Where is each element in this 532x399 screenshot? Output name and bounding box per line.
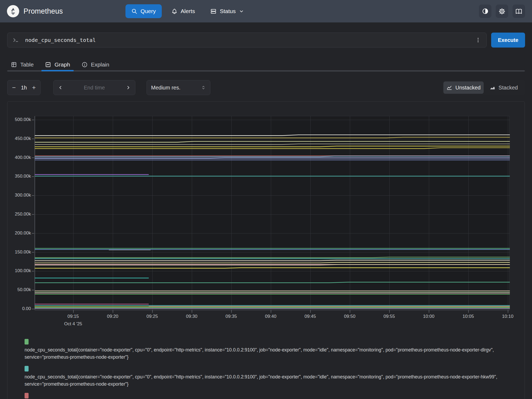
query-bar: node_cpu_seconds_total Execute xyxy=(7,33,525,48)
x-tick-label: 09:45 xyxy=(298,314,322,319)
stacked-button[interactable]: Stacked xyxy=(484,81,524,94)
legend-swatch xyxy=(25,366,29,371)
brand: Prometheus xyxy=(7,5,63,17)
nav-query-button[interactable]: Query xyxy=(125,4,162,18)
settings-button[interactable] xyxy=(496,5,508,18)
bell-icon xyxy=(171,8,178,14)
legend-series-label: node_cpu_seconds_total{container="node-e… xyxy=(25,346,509,361)
tab-explain[interactable]: Explain xyxy=(78,59,113,70)
series-line xyxy=(35,141,510,142)
series-line xyxy=(35,135,510,136)
x-tick-label: 09:25 xyxy=(140,314,164,319)
resolution-value: Medium res. xyxy=(151,85,180,91)
y-tick-label: 150.00k xyxy=(7,249,31,255)
range-decrease-button[interactable]: − xyxy=(9,82,19,93)
tab-explain-label: Explain xyxy=(91,61,109,68)
x-tick-label: 09:15 xyxy=(61,314,85,319)
result-tabs: Table Graph Explain xyxy=(7,59,113,70)
gear-icon xyxy=(498,8,506,15)
series-line xyxy=(35,268,510,268)
x-tick-label: 10:00 xyxy=(416,314,441,319)
series-line xyxy=(35,146,510,147)
terminal-prompt-icon xyxy=(12,37,19,44)
resolution-select[interactable]: Medium res. xyxy=(147,80,210,95)
x-tick-label: 10:05 xyxy=(456,314,480,319)
y-tick-label: 450.00k xyxy=(7,136,31,142)
x-tick-label: 09:30 xyxy=(179,314,204,319)
kebab-menu-icon xyxy=(475,37,481,43)
x-tick-label: 09:50 xyxy=(337,314,362,319)
unstacked-button[interactable]: Unstacked xyxy=(443,81,484,94)
nav-alerts-label: Alerts xyxy=(181,8,195,14)
series-legend: node_cpu_seconds_total{container="node-e… xyxy=(25,339,509,399)
chevron-left-icon xyxy=(58,85,63,90)
graph-controls: − 1h + End time Medium res. Unstacked St… xyxy=(7,80,525,95)
selector-updown-icon xyxy=(201,85,206,90)
execute-button[interactable]: Execute xyxy=(491,33,525,48)
stacked-label: Stacked xyxy=(499,85,518,91)
range-increase-button[interactable]: + xyxy=(29,82,39,93)
series-line xyxy=(35,144,510,144)
tab-graph-label: Graph xyxy=(54,61,70,68)
tab-table-label: Table xyxy=(20,61,34,68)
x-tick-label: 09:35 xyxy=(219,314,243,319)
theme-toggle-button[interactable] xyxy=(479,5,491,18)
contrast-icon xyxy=(482,8,489,15)
y-tick-label: 50.00k xyxy=(7,287,31,293)
tab-graph[interactable]: Graph xyxy=(41,59,73,70)
series-line xyxy=(35,137,510,138)
series-line xyxy=(35,148,510,148)
info-icon xyxy=(81,61,88,68)
chevron-right-icon xyxy=(125,85,131,90)
time-series-chart xyxy=(35,116,510,310)
legend-series-label: node_cpu_seconds_total{container="node-e… xyxy=(25,373,509,388)
end-time-forward-button[interactable] xyxy=(125,85,131,90)
line-chart-icon xyxy=(446,85,452,91)
x-tick-label: 09:20 xyxy=(100,314,125,319)
end-time-back-button[interactable] xyxy=(58,85,63,90)
area-chart-icon xyxy=(490,85,495,91)
end-time-control[interactable]: End time xyxy=(53,80,135,95)
x-tick-label: 09:55 xyxy=(377,314,401,319)
nav-query-label: Query xyxy=(141,8,156,14)
series-line xyxy=(35,260,510,261)
query-options-kebab-button[interactable] xyxy=(474,33,483,47)
expression-text: node_cpu_seconds_total xyxy=(25,37,96,43)
nav-status-label: Status xyxy=(220,8,236,14)
legend-item[interactable]: node_cpu_seconds_total{container="node-e… xyxy=(25,366,509,388)
chevron-down-icon xyxy=(239,9,244,14)
legend-item[interactable]: node_cpu_seconds_total{container="node-e… xyxy=(25,339,509,361)
graph-icon xyxy=(45,61,51,68)
plot-area[interactable] xyxy=(34,116,510,310)
y-tick-label: 350.00k xyxy=(7,173,31,179)
y-tick-label: 100.00k xyxy=(7,268,31,274)
nav-alerts-button[interactable]: Alerts xyxy=(165,4,201,18)
navbar: Prometheus Query Alerts Status xyxy=(0,0,532,22)
y-tick-label: 0.00 xyxy=(7,306,31,312)
app-title: Prometheus xyxy=(23,7,63,15)
legend-item[interactable]: node_cpu_seconds_total{container="node-e… xyxy=(25,393,509,399)
series-line xyxy=(35,282,510,283)
x-axis-date-label: Oct 4 '25 xyxy=(57,321,89,327)
prometheus-logo-icon xyxy=(7,5,19,17)
range-value[interactable]: 1h xyxy=(21,85,27,91)
nav-status-button[interactable]: Status xyxy=(204,4,250,18)
search-icon xyxy=(131,8,137,14)
series-line xyxy=(35,156,510,157)
tabs-underline xyxy=(7,70,525,72)
server-icon xyxy=(210,8,216,14)
range-control: − 1h + xyxy=(7,80,41,95)
stacking-toggle: Unstacked Stacked xyxy=(442,80,525,95)
unstacked-label: Unstacked xyxy=(455,85,481,91)
expression-input[interactable]: node_cpu_seconds_total xyxy=(7,33,487,48)
x-tick-label: 09:40 xyxy=(258,314,283,319)
graph-panel: 0.0050.00k100.00k150.00k200.00k250.00k30… xyxy=(7,101,525,399)
series-line xyxy=(35,257,510,258)
y-tick-label: 250.00k xyxy=(7,211,31,217)
book-icon xyxy=(515,8,522,15)
docs-button[interactable] xyxy=(513,5,525,18)
main-nav: Query Alerts Status xyxy=(125,4,250,18)
tab-table[interactable]: Table xyxy=(7,59,37,70)
y-tick-label: 500.00k xyxy=(7,117,31,123)
legend-swatch xyxy=(25,393,29,398)
